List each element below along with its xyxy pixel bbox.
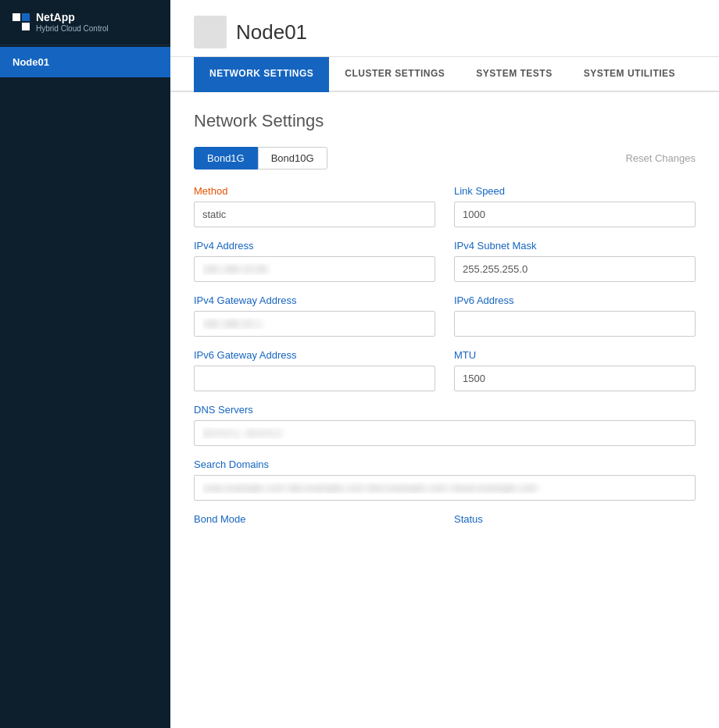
ipv4-gateway-group: IPv4 Gateway Address	[194, 294, 435, 337]
link-speed-group: Link Speed	[454, 185, 696, 227]
search-domains-input[interactable]	[194, 475, 696, 501]
svg-rect-1	[22, 13, 30, 21]
ipv4-address-group: IPv4 Address	[194, 240, 435, 282]
ipv4-gateway-label: IPv4 Gateway Address	[194, 294, 435, 306]
ipv6-gateway-group: IPv6 Gateway Address	[194, 349, 435, 391]
ipv4-subnet-input[interactable]	[454, 256, 696, 282]
page-title: Node01	[236, 20, 307, 45]
tab-system-utilities[interactable]: SYSTEM UTILITIES	[568, 57, 691, 92]
bond-tab-bond1g[interactable]: Bond1G	[194, 147, 258, 170]
dns-servers-label: DNS Servers	[194, 404, 696, 416]
svg-rect-2	[22, 23, 30, 30]
method-label: Method	[194, 185, 435, 197]
node-avatar	[194, 16, 227, 48]
logo-title: NetApp	[36, 11, 109, 24]
bond-mode-label: Bond Mode	[194, 513, 435, 525]
ipv4-address-input[interactable]	[194, 256, 435, 282]
svg-rect-0	[13, 13, 20, 21]
ipv4-gateway-input[interactable]	[194, 311, 435, 337]
sidebar: NetApp Hybrid Cloud Control Node01	[0, 0, 170, 728]
tab-network-settings[interactable]: NETWORK SETTINGS	[194, 57, 329, 92]
bond-tab-row: Bond1G Bond10G Reset Changes	[194, 147, 696, 170]
status-label: Status	[454, 513, 696, 525]
network-form: Method Link Speed IPv4 Address IPv4 Subn…	[194, 185, 696, 525]
logo-text: NetApp Hybrid Cloud Control	[36, 11, 109, 34]
page-header: Node01	[170, 0, 719, 57]
main-tabs: NETWORK SETTINGS CLUSTER SETTINGS SYSTEM…	[170, 57, 719, 92]
bond-tab-bond10g[interactable]: Bond10G	[258, 147, 327, 170]
ipv4-subnet-group: IPv4 Subnet Mask	[454, 240, 696, 282]
content-area: Network Settings Bond1G Bond10G Reset Ch…	[170, 92, 719, 544]
tab-system-tests[interactable]: SYSTEM TESTS	[460, 57, 567, 92]
dns-servers-input[interactable]	[194, 420, 696, 446]
logo-subtitle: Hybrid Cloud Control	[36, 24, 109, 34]
main-content: Node01 NETWORK SETTINGS CLUSTER SETTINGS…	[170, 0, 719, 728]
section-title: Network Settings	[194, 111, 696, 131]
mtu-label: MTU	[454, 349, 696, 361]
dns-servers-group: DNS Servers	[194, 404, 696, 446]
bond-tab-group: Bond1G Bond10G	[194, 147, 327, 170]
sidebar-item-node01[interactable]: Node01	[0, 47, 170, 77]
method-group: Method	[194, 185, 435, 227]
ipv6-gateway-label: IPv6 Gateway Address	[194, 349, 435, 361]
reset-changes-link[interactable]: Reset Changes	[625, 152, 696, 164]
status-group: Status	[454, 513, 696, 525]
ipv4-address-label: IPv4 Address	[194, 240, 435, 252]
tab-cluster-settings[interactable]: CLUSTER SETTINGS	[329, 57, 460, 92]
bond-mode-group: Bond Mode	[194, 513, 435, 525]
link-speed-input[interactable]	[454, 202, 696, 227]
mtu-group: MTU	[454, 349, 696, 391]
ipv4-subnet-label: IPv4 Subnet Mask	[454, 240, 696, 252]
search-domains-label: Search Domains	[194, 459, 696, 470]
ipv6-address-group: IPv6 Address	[454, 294, 696, 337]
link-speed-label: Link Speed	[454, 185, 696, 197]
method-input[interactable]	[194, 202, 435, 227]
sidebar-logo: NetApp Hybrid Cloud Control	[0, 0, 170, 45]
ipv6-address-input[interactable]	[454, 311, 696, 337]
mtu-input[interactable]	[454, 366, 696, 391]
ipv6-address-label: IPv6 Address	[454, 294, 696, 306]
netapp-logo-icon	[13, 13, 30, 30]
ipv6-gateway-input[interactable]	[194, 366, 435, 391]
search-domains-group: Search Domains	[194, 459, 696, 501]
